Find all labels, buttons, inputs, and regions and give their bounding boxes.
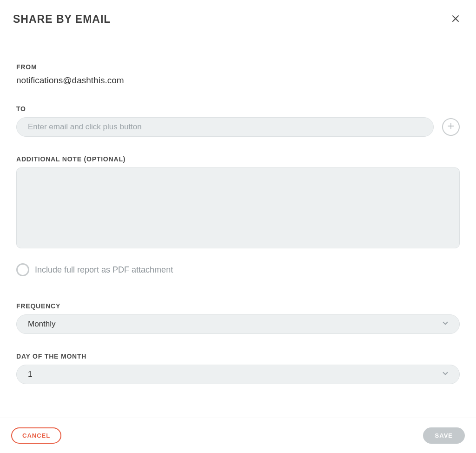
add-email-button[interactable] (442, 118, 460, 136)
additional-note-textarea[interactable] (16, 167, 460, 248)
dialog-header: SHARE BY EMAIL (0, 0, 476, 37)
day-of-month-select-wrapper (16, 365, 460, 384)
day-of-month-label: DAY OF THE MONTH (16, 353, 460, 360)
plus-icon (447, 122, 455, 132)
to-label: TO (16, 105, 460, 113)
cancel-button[interactable]: CANCEL (11, 427, 61, 444)
to-section: TO (16, 105, 460, 137)
frequency-select[interactable] (16, 314, 460, 334)
frequency-select-wrapper (16, 314, 460, 334)
from-label: FROM (16, 63, 460, 71)
day-of-month-select[interactable] (16, 365, 460, 384)
dialog-content: FROM notifications@dashthis.com TO ADDIT… (0, 37, 476, 412)
from-email: notifications@dashthis.com (16, 75, 460, 86)
to-row (16, 117, 460, 137)
pdf-attachment-toggle[interactable]: Include full report as PDF attachment (16, 263, 460, 276)
dialog-footer: CANCEL SAVE (0, 418, 476, 453)
close-icon (451, 14, 460, 25)
radio-unchecked-icon (16, 263, 29, 276)
pdf-attachment-label: Include full report as PDF attachment (35, 265, 173, 275)
save-button[interactable]: SAVE (423, 427, 465, 444)
note-label: ADDITIONAL NOTE (OPTIONAL) (16, 155, 460, 163)
close-button[interactable] (450, 14, 461, 25)
to-email-input[interactable] (16, 117, 434, 137)
dialog-title: SHARE BY EMAIL (13, 13, 111, 26)
frequency-label: FREQUENCY (16, 302, 460, 310)
